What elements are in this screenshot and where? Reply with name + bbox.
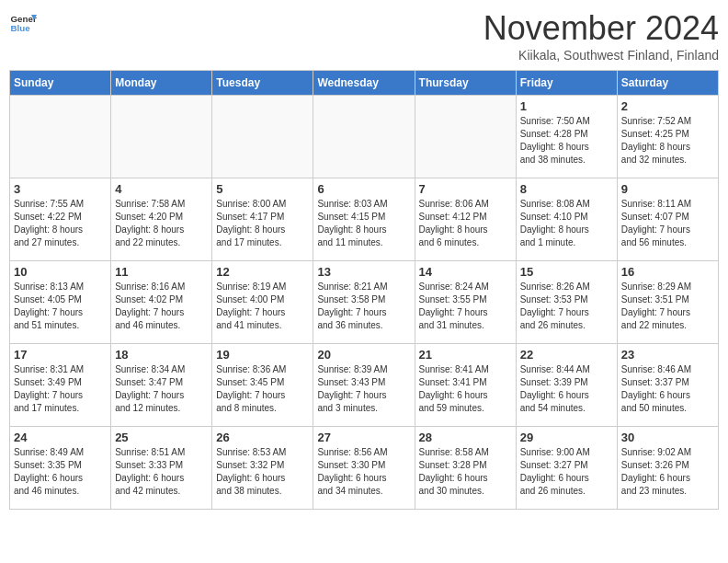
day-info: Sunrise: 8:31 AM Sunset: 3:49 PM Dayligh… bbox=[14, 363, 107, 415]
day-number: 3 bbox=[14, 182, 107, 196]
day-number: 22 bbox=[520, 348, 613, 362]
calendar-table: SundayMondayTuesdayWednesdayThursdayFrid… bbox=[9, 70, 719, 510]
day-cell-28: 28Sunrise: 8:58 AM Sunset: 3:28 PM Dayli… bbox=[415, 427, 516, 510]
empty-cell bbox=[313, 96, 415, 178]
day-cell-30: 30Sunrise: 9:02 AM Sunset: 3:26 PM Dayli… bbox=[617, 427, 718, 510]
day-info: Sunrise: 7:58 AM Sunset: 4:20 PM Dayligh… bbox=[115, 198, 208, 249]
day-number: 11 bbox=[115, 265, 208, 279]
day-number: 27 bbox=[317, 431, 410, 444]
weekday-header-sunday: Sunday bbox=[10, 71, 111, 96]
week-row-5: 24Sunrise: 8:49 AM Sunset: 3:35 PM Dayli… bbox=[10, 427, 719, 510]
empty-cell bbox=[111, 96, 212, 178]
day-cell-23: 23Sunrise: 8:46 AM Sunset: 3:37 PM Dayli… bbox=[617, 344, 718, 427]
day-info: Sunrise: 8:08 AM Sunset: 4:10 PM Dayligh… bbox=[520, 198, 613, 249]
day-cell-2: 2Sunrise: 7:52 AM Sunset: 4:25 PM Daylig… bbox=[617, 96, 718, 178]
day-info: Sunrise: 8:41 AM Sunset: 3:41 PM Dayligh… bbox=[419, 363, 512, 415]
day-info: Sunrise: 7:50 AM Sunset: 4:28 PM Dayligh… bbox=[520, 115, 613, 167]
day-cell-20: 20Sunrise: 8:39 AM Sunset: 3:43 PM Dayli… bbox=[313, 344, 415, 427]
week-row-1: 1Sunrise: 7:50 AM Sunset: 4:28 PM Daylig… bbox=[10, 96, 719, 178]
day-info: Sunrise: 8:56 AM Sunset: 3:30 PM Dayligh… bbox=[317, 446, 410, 498]
day-info: Sunrise: 8:06 AM Sunset: 4:12 PM Dayligh… bbox=[419, 198, 512, 249]
day-info: Sunrise: 8:11 AM Sunset: 4:07 PM Dayligh… bbox=[621, 198, 714, 249]
day-cell-18: 18Sunrise: 8:34 AM Sunset: 3:47 PM Dayli… bbox=[111, 344, 212, 427]
day-info: Sunrise: 8:46 AM Sunset: 3:37 PM Dayligh… bbox=[621, 363, 714, 415]
day-number: 2 bbox=[621, 99, 714, 113]
day-cell-12: 12Sunrise: 8:19 AM Sunset: 4:00 PM Dayli… bbox=[212, 261, 313, 344]
day-number: 5 bbox=[216, 182, 309, 196]
svg-text:Blue: Blue bbox=[11, 23, 31, 33]
day-info: Sunrise: 9:00 AM Sunset: 3:27 PM Dayligh… bbox=[520, 446, 613, 498]
day-number: 25 bbox=[115, 431, 208, 444]
day-cell-17: 17Sunrise: 8:31 AM Sunset: 3:49 PM Dayli… bbox=[10, 344, 111, 427]
weekday-header-saturday: Saturday bbox=[617, 71, 718, 96]
day-number: 26 bbox=[216, 431, 309, 444]
day-cell-29: 29Sunrise: 9:00 AM Sunset: 3:27 PM Dayli… bbox=[516, 427, 617, 510]
day-cell-16: 16Sunrise: 8:29 AM Sunset: 3:51 PM Dayli… bbox=[617, 261, 718, 344]
weekday-header-wednesday: Wednesday bbox=[313, 71, 415, 96]
title-area: November 2024 Kiikala, Southwest Finland… bbox=[483, 9, 719, 63]
day-info: Sunrise: 8:58 AM Sunset: 3:28 PM Dayligh… bbox=[419, 446, 512, 498]
day-cell-1: 1Sunrise: 7:50 AM Sunset: 4:28 PM Daylig… bbox=[516, 96, 617, 178]
day-info: Sunrise: 8:16 AM Sunset: 4:02 PM Dayligh… bbox=[115, 281, 208, 332]
day-number: 10 bbox=[14, 265, 107, 279]
day-number: 7 bbox=[419, 182, 512, 196]
header: General Blue November 2024 Kiikala, Sout… bbox=[9, 9, 719, 63]
day-cell-13: 13Sunrise: 8:21 AM Sunset: 3:58 PM Dayli… bbox=[313, 261, 415, 344]
day-number: 16 bbox=[621, 265, 714, 279]
day-number: 8 bbox=[520, 182, 613, 196]
day-info: Sunrise: 8:24 AM Sunset: 3:55 PM Dayligh… bbox=[419, 281, 512, 332]
day-cell-15: 15Sunrise: 8:26 AM Sunset: 3:53 PM Dayli… bbox=[516, 261, 617, 344]
day-cell-22: 22Sunrise: 8:44 AM Sunset: 3:39 PM Dayli… bbox=[516, 344, 617, 427]
day-cell-19: 19Sunrise: 8:36 AM Sunset: 3:45 PM Dayli… bbox=[212, 344, 313, 427]
week-row-3: 10Sunrise: 8:13 AM Sunset: 4:05 PM Dayli… bbox=[10, 261, 719, 344]
empty-cell bbox=[212, 96, 313, 178]
day-number: 20 bbox=[317, 348, 410, 362]
day-info: Sunrise: 8:21 AM Sunset: 3:58 PM Dayligh… bbox=[317, 281, 410, 332]
day-info: Sunrise: 8:49 AM Sunset: 3:35 PM Dayligh… bbox=[14, 446, 107, 498]
day-number: 24 bbox=[14, 431, 107, 444]
day-cell-9: 9Sunrise: 8:11 AM Sunset: 4:07 PM Daylig… bbox=[617, 178, 718, 261]
day-info: Sunrise: 7:52 AM Sunset: 4:25 PM Dayligh… bbox=[621, 115, 714, 167]
day-number: 18 bbox=[115, 348, 208, 362]
weekday-header-row: SundayMondayTuesdayWednesdayThursdayFrid… bbox=[10, 71, 719, 96]
day-number: 21 bbox=[419, 348, 512, 362]
day-number: 28 bbox=[419, 431, 512, 444]
day-info: Sunrise: 8:36 AM Sunset: 3:45 PM Dayligh… bbox=[216, 363, 309, 415]
week-row-2: 3Sunrise: 7:55 AM Sunset: 4:22 PM Daylig… bbox=[10, 178, 719, 261]
day-cell-25: 25Sunrise: 8:51 AM Sunset: 3:33 PM Dayli… bbox=[111, 427, 212, 510]
day-cell-4: 4Sunrise: 7:58 AM Sunset: 4:20 PM Daylig… bbox=[111, 178, 212, 261]
day-info: Sunrise: 8:44 AM Sunset: 3:39 PM Dayligh… bbox=[520, 363, 613, 415]
day-cell-27: 27Sunrise: 8:56 AM Sunset: 3:30 PM Dayli… bbox=[313, 427, 415, 510]
weekday-header-friday: Friday bbox=[516, 71, 617, 96]
day-number: 19 bbox=[216, 348, 309, 362]
day-info: Sunrise: 8:13 AM Sunset: 4:05 PM Dayligh… bbox=[14, 281, 107, 332]
calendar-body: 1Sunrise: 7:50 AM Sunset: 4:28 PM Daylig… bbox=[10, 96, 719, 510]
day-info: Sunrise: 8:03 AM Sunset: 4:15 PM Dayligh… bbox=[317, 198, 410, 249]
weekday-header-thursday: Thursday bbox=[415, 71, 516, 96]
day-number: 13 bbox=[317, 265, 410, 279]
day-cell-8: 8Sunrise: 8:08 AM Sunset: 4:10 PM Daylig… bbox=[516, 178, 617, 261]
day-cell-3: 3Sunrise: 7:55 AM Sunset: 4:22 PM Daylig… bbox=[10, 178, 111, 261]
empty-cell bbox=[415, 96, 516, 178]
day-cell-24: 24Sunrise: 8:49 AM Sunset: 3:35 PM Dayli… bbox=[10, 427, 111, 510]
day-cell-10: 10Sunrise: 8:13 AM Sunset: 4:05 PM Dayli… bbox=[10, 261, 111, 344]
day-number: 23 bbox=[621, 348, 714, 362]
location-subtitle: Kiikala, Southwest Finland, Finland bbox=[483, 48, 719, 63]
day-info: Sunrise: 7:55 AM Sunset: 4:22 PM Dayligh… bbox=[14, 198, 107, 249]
empty-cell bbox=[10, 96, 111, 178]
weekday-header-monday: Monday bbox=[111, 71, 212, 96]
day-number: 30 bbox=[621, 431, 714, 444]
day-number: 15 bbox=[520, 265, 613, 279]
day-number: 17 bbox=[14, 348, 107, 362]
day-info: Sunrise: 8:51 AM Sunset: 3:33 PM Dayligh… bbox=[115, 446, 208, 498]
day-cell-6: 6Sunrise: 8:03 AM Sunset: 4:15 PM Daylig… bbox=[313, 178, 415, 261]
day-info: Sunrise: 8:29 AM Sunset: 3:51 PM Dayligh… bbox=[621, 281, 714, 332]
day-cell-21: 21Sunrise: 8:41 AM Sunset: 3:41 PM Dayli… bbox=[415, 344, 516, 427]
day-number: 6 bbox=[317, 182, 410, 196]
day-info: Sunrise: 9:02 AM Sunset: 3:26 PM Dayligh… bbox=[621, 446, 714, 498]
day-cell-26: 26Sunrise: 8:53 AM Sunset: 3:32 PM Dayli… bbox=[212, 427, 313, 510]
day-cell-5: 5Sunrise: 8:00 AM Sunset: 4:17 PM Daylig… bbox=[212, 178, 313, 261]
day-cell-7: 7Sunrise: 8:06 AM Sunset: 4:12 PM Daylig… bbox=[415, 178, 516, 261]
day-number: 4 bbox=[115, 182, 208, 196]
day-number: 12 bbox=[216, 265, 309, 279]
